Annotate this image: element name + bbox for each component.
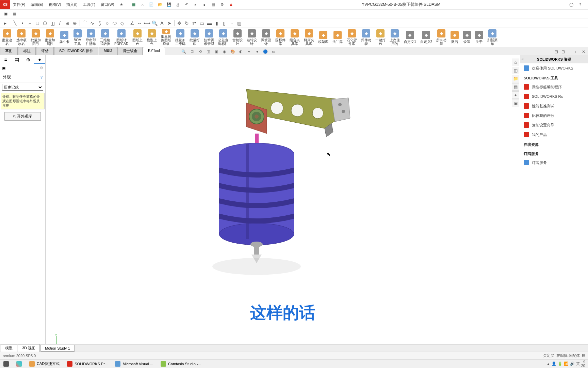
ribbon-cmd-12[interactable]: ◆批量加 二维码 — [173, 29, 187, 46]
tray-icon[interactable]: ▲ — [546, 362, 550, 366]
print-icon[interactable]: 🖨 — [174, 1, 182, 9]
options-icon[interactable]: ▤ — [210, 1, 217, 9]
dim-tool[interactable]: ↔ — [136, 20, 143, 27]
ribbon-cmd-30[interactable]: ◆所有功 能 — [434, 29, 448, 46]
panel-options-icon[interactable]: ⚙ — [40, 66, 43, 70]
rotate-tool[interactable]: ↻ — [183, 20, 190, 27]
ribbon-cmd-33[interactable]: ◆关于 — [473, 29, 485, 46]
ribbon-cmd-32[interactable]: ◆设置 — [461, 29, 473, 46]
save-icon[interactable]: 💾 — [165, 1, 173, 9]
ribbon-cmd-6[interactable]: ◆导出部 件清单 — [84, 29, 98, 46]
diamond-tool[interactable]: ◇ — [119, 20, 126, 27]
win-full-icon[interactable]: □ — [574, 49, 580, 55]
tab-KYTool[interactable]: KYTool — [143, 47, 165, 55]
ribbon-cmd-15[interactable]: ◆公差查 询标注 — [216, 29, 230, 46]
ribbon-cmd-19[interactable]: ◆国标件 库 — [273, 29, 288, 46]
qat-view-icon[interactable]: ▦ — [11, 10, 18, 18]
menu-window[interactable]: 窗口(W) — [98, 2, 117, 7]
sub-link-0[interactable]: 订阅服务 — [520, 158, 588, 167]
star-icon[interactable]: ★ — [118, 1, 125, 9]
ribbon-cmd-13[interactable]: ◆批量打 印 — [187, 29, 202, 46]
measure-tool[interactable]: ⟷ — [144, 20, 150, 27]
welcome-link[interactable]: 欢迎使用 SOLIDWORKS — [520, 63, 588, 73]
tool-link-1[interactable]: SOLIDWORKS Rx — [520, 92, 588, 101]
arrow-tool[interactable]: ➤ — [166, 20, 173, 27]
win-max-icon[interactable]: ⊡ — [560, 49, 566, 55]
tab-MBD[interactable]: MBD — [99, 47, 117, 55]
grid-tool[interactable]: ⊞ — [64, 20, 71, 27]
ribbon-cmd-27[interactable]: ◆上次使 用的 — [388, 29, 402, 46]
tool-link-2[interactable]: 性能基准测试 — [520, 101, 588, 111]
point-tool[interactable]: • — [19, 20, 26, 27]
ribbon-cmd-16[interactable]: ◆齿轮设 计 — [230, 29, 245, 46]
viewport-3d[interactable]: 这样的话 yxz ⬉ ⌂ ◫ 📁 ▤ ● ▣ — [46, 55, 520, 351]
panel-help-icon[interactable]: ? — [40, 75, 43, 79]
ribbon-cmd-2[interactable]: ◆批量加 图号 — [29, 29, 43, 46]
mirror-tool[interactable]: ⇄ — [191, 20, 198, 27]
zoom-fit-icon[interactable]: 🔍 — [180, 48, 187, 55]
home-icon[interactable]: ⌂ — [139, 1, 146, 9]
feature2-tool[interactable]: ▬ — [206, 20, 213, 27]
hide-icon[interactable]: ◐ — [238, 48, 244, 55]
help-icon[interactable]: ? — [576, 1, 584, 9]
ribbon-cmd-29[interactable]: ◆自定义2 — [418, 29, 435, 46]
taskbar-app-3[interactable]: SOLIDWORKS Pr... — [64, 360, 111, 368]
circle-tool[interactable]: ○ — [104, 20, 111, 27]
win-restore-icon[interactable]: — — [567, 49, 573, 55]
taskbar-app-2[interactable]: CAD快捷方式 — [26, 360, 63, 368]
feature5-tool[interactable]: ▫ — [228, 20, 235, 27]
corner-tool[interactable]: ⌐ — [27, 20, 33, 27]
tray-sound-icon[interactable]: 🔊 — [570, 362, 575, 366]
ribbon-cmd-0[interactable]: ◆批量改 名 — [0, 29, 14, 46]
zoom-area-icon[interactable]: ⊡ — [189, 48, 195, 55]
hatch-tool[interactable]: ▨ — [236, 20, 243, 27]
ribbon-cmd-18[interactable]: ◆弹簧设 计 — [259, 29, 273, 46]
ribbon-cmd-34[interactable]: ◆刷新菜 单 — [485, 29, 500, 46]
taskbar-app-4[interactable]: Microsoft Visual ... — [112, 360, 157, 368]
color-icon[interactable]: 🔵 — [262, 48, 269, 55]
side-home-icon[interactable]: ⌂ — [512, 59, 519, 66]
arc-tool[interactable]: ⌒ — [81, 20, 88, 27]
side-cube-icon[interactable]: ◫ — [512, 67, 519, 74]
menu-view[interactable]: 视图(V) — [46, 2, 64, 7]
taskbar-app-5[interactable]: Camtasia Studio -... — [157, 360, 205, 368]
ribbon-cmd-4[interactable]: ◆属性卡 — [57, 29, 71, 46]
ribbon-cmd-17[interactable]: ◆链轮设 计 — [245, 29, 259, 46]
mark-icon[interactable]: ● — [201, 1, 208, 9]
gear-icon[interactable]: ⚙ — [218, 1, 226, 9]
tool-link-3[interactable]: 比较我的评分 — [520, 111, 588, 120]
center-tool[interactable]: ⊕ — [71, 20, 78, 27]
panel-tab-appearance[interactable]: ● — [34, 55, 45, 64]
ribbon-cmd-8[interactable]: ◆图纸转 PDFCAD — [112, 29, 130, 46]
ribbon-cmd-14[interactable]: ◆技术要 求管理 — [202, 29, 216, 46]
tool-link-0[interactable]: 属性标签编制程序 — [520, 82, 588, 92]
ribbon-cmd-24[interactable]: ◆石化管 件库 — [345, 29, 359, 46]
tab-草图[interactable]: 草图 — [0, 47, 18, 55]
select-icon[interactable]: ▸ — [192, 1, 199, 9]
taskbar-app-0[interactable] — [0, 360, 12, 368]
side-note-icon[interactable]: ▣ — [512, 99, 519, 107]
status-unit-icon[interactable]: ▤ — [582, 353, 585, 358]
ribbon-cmd-20[interactable]: ◆组合夹 具库 — [288, 29, 302, 46]
menu-edit[interactable]: 编辑(E) — [28, 2, 46, 7]
qat-new-icon[interactable]: ▣ — [2, 10, 10, 18]
screen-icon[interactable]: ▭ — [270, 48, 277, 55]
line-tool[interactable]: ╲ — [12, 20, 18, 27]
cursor-tool[interactable]: ▸ — [2, 20, 9, 27]
move-tool[interactable]: ✥ — [176, 20, 183, 27]
ribbon-cmd-10[interactable]: ◆模型上 色 — [145, 29, 159, 46]
open-library-button[interactable]: 打开外观库 — [4, 112, 40, 121]
feature3-tool[interactable]: ▮ — [213, 20, 220, 27]
section-icon[interactable]: ◫ — [205, 48, 212, 55]
view-icon[interactable]: ▾ — [246, 48, 252, 55]
side-globe-icon[interactable]: ● — [512, 91, 519, 99]
ribbon-cmd-7[interactable]: ◆三维格 式转换 — [98, 29, 112, 46]
menu-insert[interactable]: 插入(I) — [64, 2, 80, 7]
tool-link-4[interactable]: 复制设置向导 — [520, 120, 588, 130]
angle-tool[interactable]: ∠ — [129, 20, 135, 27]
tray-person-icon[interactable]: 👤 — [552, 362, 556, 366]
feature1-tool[interactable]: ▭ — [198, 20, 205, 27]
side-folder-icon[interactable]: 📁 — [512, 75, 519, 82]
win-close-icon[interactable]: ✕ — [581, 49, 587, 55]
tray-battery-icon[interactable]: 🔋 — [558, 362, 562, 366]
